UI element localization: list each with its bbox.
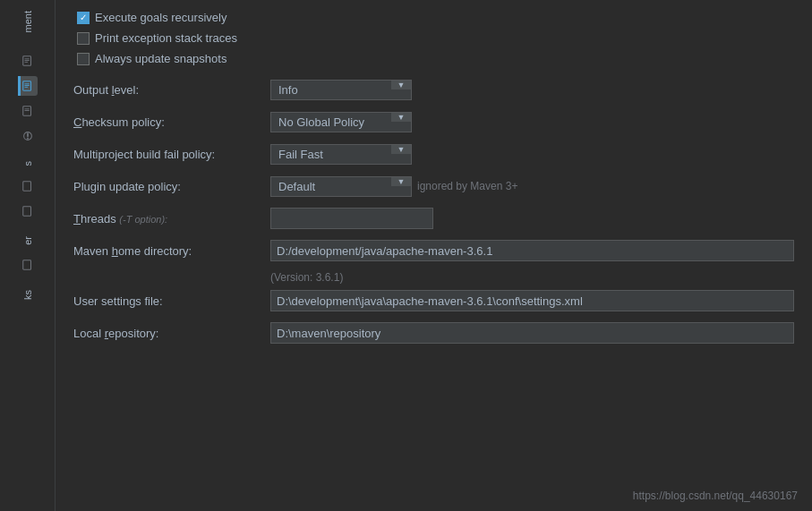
multiproject-row: Multiproject build fail policy: Fail Fas… xyxy=(73,142,794,166)
sidebar-label-ment: ment xyxy=(22,11,33,32)
output-level-label: Output level: xyxy=(73,83,270,97)
checkbox-print-box[interactable] xyxy=(77,32,90,45)
checksum-policy-arrow[interactable] xyxy=(391,113,411,122)
output-level-dropdown[interactable]: Info xyxy=(270,80,412,100)
svg-rect-12 xyxy=(27,133,29,137)
checkbox-row-update: Always update snapshots xyxy=(73,52,794,65)
checkbox-print-label: Print exception stack traces xyxy=(95,31,237,45)
checkbox-row-print: Print exception stack traces xyxy=(73,31,794,45)
svg-rect-5 xyxy=(24,84,29,85)
svg-rect-7 xyxy=(24,87,28,88)
sidebar-icon-2[interactable] xyxy=(18,76,38,96)
svg-rect-10 xyxy=(24,111,29,112)
sidebar-icon-3[interactable] xyxy=(18,101,38,121)
svg-rect-16 xyxy=(22,260,30,270)
checkbox-always-update[interactable]: Always update snapshots xyxy=(77,52,227,65)
checkbox-execute-label: Execute goals recursively xyxy=(95,11,227,24)
plugin-update-dropdown[interactable]: Default xyxy=(270,176,412,197)
threads-row: Threads (-T option): xyxy=(73,207,794,230)
maven-home-label: Maven home directory: xyxy=(73,244,270,258)
checkbox-row-execute: Execute goals recursively xyxy=(73,11,794,24)
svg-rect-1 xyxy=(24,59,29,60)
sidebar-icon-4[interactable] xyxy=(18,126,38,146)
sidebar-icon-5[interactable] xyxy=(18,176,38,196)
sidebar-icon-7[interactable] xyxy=(18,255,38,275)
svg-rect-15 xyxy=(22,207,30,217)
sidebar-label-s: s xyxy=(22,161,33,166)
multiproject-dropdown[interactable]: Fail Fast xyxy=(270,144,412,165)
multiproject-label: Multiproject build fail policy: xyxy=(73,148,270,161)
multiproject-arrow[interactable] xyxy=(391,145,411,154)
footer-url: https://blog.csdn.net/qq_44630167 xyxy=(633,490,798,502)
checkbox-execute-box[interactable] xyxy=(77,12,90,24)
multiproject-value: Fail Fast xyxy=(271,145,388,164)
svg-rect-6 xyxy=(24,86,29,87)
checksum-policy-label: Checksum policy: xyxy=(73,115,270,129)
active-bar xyxy=(18,76,21,96)
maven-version-note: (Version: 3.6.1) xyxy=(73,271,794,284)
sidebar-label-ks: ks xyxy=(22,290,33,300)
output-level-value: Info xyxy=(271,81,388,99)
plugin-update-row: Plugin update policy: Default ignored by… xyxy=(73,175,794,198)
checksum-policy-value: No Global Policy xyxy=(271,113,388,132)
svg-rect-2 xyxy=(24,61,29,62)
sidebar-icon-1[interactable] xyxy=(18,51,38,71)
output-level-row: Output level: Info xyxy=(73,78,794,101)
sidebar-icon-6[interactable] xyxy=(18,201,38,221)
maven-home-row: Maven home directory: xyxy=(73,239,794,262)
checkbox-update-box[interactable] xyxy=(77,53,90,65)
local-repo-label: Local repository: xyxy=(73,327,270,340)
checkbox-execute-goals[interactable]: Execute goals recursively xyxy=(77,11,227,24)
user-settings-input[interactable] xyxy=(270,290,794,311)
checksum-policy-row: Checksum policy: No Global Policy xyxy=(73,110,794,133)
checkbox-update-label: Always update snapshots xyxy=(95,52,227,65)
local-repo-input[interactable] xyxy=(270,322,794,344)
checkbox-print-exception[interactable]: Print exception stack traces xyxy=(77,31,237,45)
local-repo-row: Local repository: xyxy=(73,321,794,345)
main-content: Execute goals recursively Print exceptio… xyxy=(56,0,812,511)
sidebar-group-3 xyxy=(0,249,55,281)
threads-input[interactable] xyxy=(270,208,433,229)
output-level-arrow[interactable] xyxy=(391,81,411,89)
sidebar-label-er: er xyxy=(22,236,33,245)
svg-rect-9 xyxy=(24,109,29,110)
checksum-policy-dropdown[interactable]: No Global Policy xyxy=(270,112,412,132)
plugin-update-ignored: ignored by Maven 3+ xyxy=(417,180,517,192)
sidebar-group-1 xyxy=(0,45,55,152)
svg-rect-14 xyxy=(22,182,30,192)
maven-home-input[interactable] xyxy=(270,240,794,261)
threads-label: Threads (-T option): xyxy=(73,212,270,226)
user-settings-label: User settings file: xyxy=(73,294,270,308)
plugin-update-label: Plugin update policy: xyxy=(73,180,270,193)
plugin-update-arrow[interactable] xyxy=(391,177,411,186)
user-settings-row: User settings file: xyxy=(73,289,794,312)
plugin-update-value: Default xyxy=(271,177,388,196)
svg-rect-13 xyxy=(27,138,29,140)
sidebar-group-2 xyxy=(0,170,55,227)
svg-rect-3 xyxy=(24,62,28,63)
sidebar: ment s er ks xyxy=(0,0,56,511)
